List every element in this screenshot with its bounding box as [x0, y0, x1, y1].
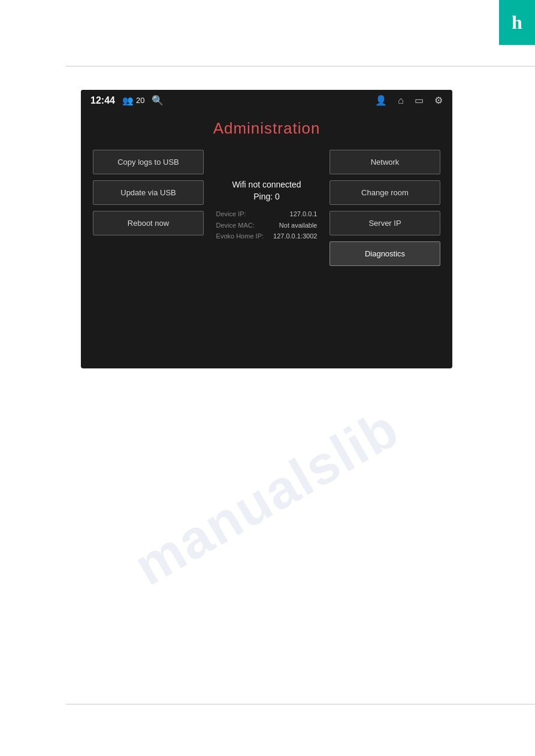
reboot-button[interactable]: Reboot now [93, 211, 204, 235]
brand-logo: h [499, 0, 535, 45]
status-bar-left: 12:44 👥 20 🔍 [90, 95, 164, 106]
bottom-divider [66, 704, 535, 704]
evoko-ip-label: Evoko Home IP: [216, 231, 264, 242]
brand-letter: h [512, 11, 522, 34]
users-icon: 👥 [122, 95, 134, 106]
search-icon[interactable]: 🔍 [152, 95, 164, 106]
right-column: Network Change room Server IP Diagnostic… [330, 150, 440, 266]
device-mac-label: Device MAC: [216, 220, 255, 231]
users-count: 20 [136, 96, 144, 105]
device-ip-row: Device IP: 127.0.0.1 [216, 208, 318, 220]
top-divider [66, 66, 535, 66]
network-button[interactable]: Network [330, 150, 440, 174]
device-info: Device IP: 127.0.0.1 Device MAC: Not ava… [216, 208, 318, 242]
ping-status: Ping: 0 [253, 192, 280, 201]
server-ip-button[interactable]: Server IP [330, 211, 440, 235]
status-bar-right: 👤 ⌂ ▭ ⚙ [375, 95, 443, 106]
clock: 12:44 [90, 95, 115, 106]
wifi-status: Wifi not connected [232, 180, 301, 189]
evoko-ip-value: 127.0.0.1:3002 [273, 231, 317, 242]
watermark: manualslib [81, 347, 452, 647]
change-room-button[interactable]: Change room [330, 180, 440, 205]
main-content: Copy logs to USB Update via USB Reboot n… [81, 150, 452, 266]
home-icon[interactable]: ⌂ [398, 95, 404, 106]
device-ip-value: 127.0.0.1 [290, 208, 318, 220]
center-column: Wifi not connected Ping: 0 Device IP: 12… [216, 150, 318, 266]
window-icon[interactable]: ▭ [415, 95, 424, 106]
user-icon[interactable]: 👤 [375, 95, 387, 106]
update-usb-button[interactable]: Update via USB [93, 180, 204, 205]
watermark-text: manualslib [124, 397, 409, 597]
device-mac-value: Not available [279, 220, 318, 231]
page-title: Administration [81, 111, 452, 150]
settings-icon[interactable]: ⚙ [434, 95, 443, 106]
device-ip-label: Device IP: [216, 208, 246, 220]
evoko-ip-row: Evoko Home IP: 127.0.0.1:3002 [216, 231, 318, 242]
left-column: Copy logs to USB Update via USB Reboot n… [93, 150, 204, 266]
users-badge: 👥 20 [122, 95, 144, 106]
diagnostics-button[interactable]: Diagnostics [330, 241, 440, 266]
copy-logs-button[interactable]: Copy logs to USB [93, 150, 204, 174]
device-mac-row: Device MAC: Not available [216, 220, 318, 231]
status-bar: 12:44 👥 20 🔍 👤 ⌂ ▭ ⚙ [81, 90, 452, 111]
device-screen: 12:44 👥 20 🔍 👤 ⌂ ▭ ⚙ Administration Copy… [81, 90, 452, 368]
